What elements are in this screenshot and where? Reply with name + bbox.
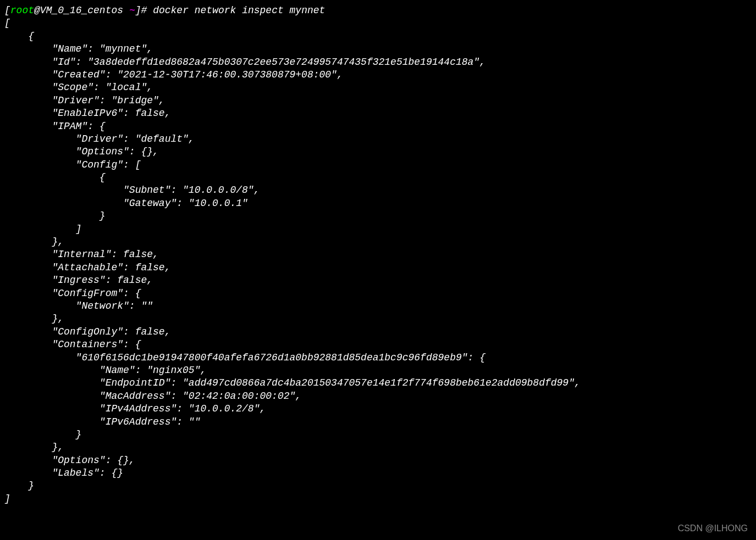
- prompt-tilde: ~: [129, 5, 135, 16]
- terminal-window[interactable]: [root@VM_0_16_centos ~]# docker network …: [4, 4, 752, 505]
- output-line-20: "Attachable": false,: [4, 261, 752, 274]
- output-line-21: "Ingress": false,: [4, 274, 752, 287]
- output-line-5: "Created": "2021-12-30T17:46:00.30738087…: [4, 69, 752, 81]
- prompt-hash: #: [141, 5, 153, 16]
- output-line-6: "Scope": "local",: [4, 81, 752, 94]
- prompt-user: root: [10, 5, 34, 16]
- output-line-4: "Id": "3a8dedeffd1ed8682a475b0307c2ee573…: [4, 56, 752, 69]
- output-line-9: "IPAM": {: [4, 120, 752, 133]
- output-line-8: "EnableIPv6": false,: [4, 107, 752, 120]
- watermark: CSDN @ILHONG: [678, 523, 748, 535]
- output-line-29: "EndpointID": "add497cd0866a7dc4ba201503…: [4, 377, 752, 389]
- output-line-2: {: [4, 30, 752, 43]
- output-line-28: "Name": "nginx05",: [4, 364, 752, 377]
- output-line-7: "Driver": "bridge",: [4, 94, 752, 107]
- output-line-16: }: [4, 210, 752, 222]
- output-line-36: "Labels": {}: [4, 467, 752, 480]
- output-line-3: "Name": "mynnet",: [4, 43, 752, 55]
- command-text: docker network inspect mynnet: [153, 5, 325, 16]
- prompt-open-bracket: [: [4, 5, 10, 16]
- output-line-31: "IPv4Address": "10.0.0.2/8",: [4, 403, 752, 415]
- output-line-13: {: [4, 171, 752, 184]
- prompt-line: [root@VM_0_16_centos ~]# docker network …: [4, 4, 752, 17]
- output-line-32: "IPv6Address": "": [4, 416, 752, 428]
- output-line-34: },: [4, 441, 752, 454]
- prompt-at: @: [34, 5, 40, 16]
- prompt-space: [123, 5, 129, 16]
- output-line-35: "Options": {},: [4, 454, 752, 467]
- output-line-19: "Internal": false,: [4, 248, 752, 261]
- output-line-1: [: [4, 17, 752, 30]
- output-line-37: }: [4, 480, 752, 492]
- output-line-27: "610f6156dc1be91947800f40afefa6726d1a0bb…: [4, 352, 752, 364]
- output-line-38: ]: [4, 493, 752, 505]
- prompt-close-bracket: ]: [135, 5, 141, 16]
- output-line-33: }: [4, 428, 752, 441]
- output-line-14: "Subnet": "10.0.0.0/8",: [4, 184, 752, 197]
- output-line-15: "Gateway": "10.0.0.1": [4, 197, 752, 210]
- output-line-24: },: [4, 313, 752, 325]
- output-line-25: "ConfigOnly": false,: [4, 326, 752, 338]
- output-line-26: "Containers": {: [4, 338, 752, 351]
- output-line-23: "Network": "": [4, 300, 752, 313]
- output-line-18: },: [4, 236, 752, 248]
- output-line-11: "Options": {},: [4, 146, 752, 158]
- output-line-10: "Driver": "default",: [4, 133, 752, 146]
- output-line-22: "ConfigFrom": {: [4, 287, 752, 300]
- output-line-12: "Config": [: [4, 159, 752, 171]
- prompt-host: VM_0_16_centos: [40, 5, 123, 16]
- output-line-17: ]: [4, 223, 752, 236]
- output-line-30: "MacAddress": "02:42:0a:00:00:02",: [4, 390, 752, 403]
